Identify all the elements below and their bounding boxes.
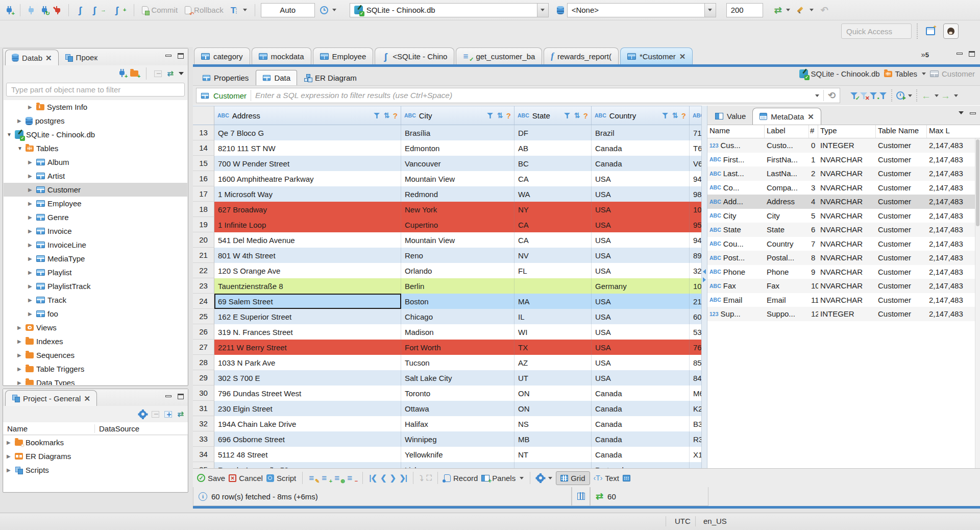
address-cell[interactable]: 541 Del Medio Avenue [214,232,401,248]
country-cell[interactable]: USA [592,202,690,217]
row-number-cell[interactable]: 17 [193,186,214,202]
row-number-cell[interactable]: 26 [193,324,214,340]
row-number-cell[interactable]: 18 [193,202,214,217]
postal-cell[interactable]: B3 [690,416,701,431]
editor-tab[interactable]: category ✕ [194,47,250,64]
dbeaver-perspective-button[interactable] [943,23,959,39]
country-cell[interactable]: USA [592,324,690,340]
column-header-state[interactable]: ABC State ⇅ ? [514,106,592,125]
column-ordinal[interactable]: # [809,125,818,138]
close-icon[interactable]: ✕ [84,395,90,402]
metadata-row[interactable]: ABCPost... Postal... 8 NVARCHAR Customer… [707,251,975,265]
address-cell[interactable]: 302 S 700 E [214,370,401,386]
row-number-cell[interactable]: 34 [193,447,214,462]
row-number-cell[interactable]: 15 [193,156,214,171]
tree-item[interactable]: SQLite - Chinook.db [4,128,187,141]
tab-properties[interactable]: Properties [196,70,255,85]
metadata-row[interactable]: ABCCo... Compa... 3 NVARCHAR Customer 2,… [707,181,975,195]
tree-item[interactable]: PlaylistTrack [4,279,187,293]
postal-cell[interactable]: 76 [690,340,701,355]
country-cell[interactable]: USA [592,309,690,324]
open-sql-script-button[interactable]: ʃ→ [89,3,108,18]
maximize-icon[interactable] [969,51,975,57]
sql-editor-button[interactable]: ʃ [75,3,86,18]
row-number-cell[interactable]: 27 [193,340,214,355]
row-number-cell[interactable]: 30 [193,386,214,401]
state-cell[interactable]: CA [514,232,592,248]
new-sql-editor-button[interactable]: ʃ+ [111,3,128,18]
postal-cell[interactable]: 71 [690,125,701,140]
state-cell[interactable]: AZ [514,355,592,370]
row-number-cell[interactable]: 32 [193,416,214,431]
expander-icon[interactable] [28,228,34,234]
tab-overflow-button[interactable]: »5 [916,50,934,59]
tab-metadata[interactable]: MetaData ✕ [752,108,821,125]
save-filter-icon[interactable]: ▪ [870,92,877,99]
last-row-button[interactable]: ❯| [399,473,407,483]
city-cell[interactable]: Winnipeg [401,431,514,447]
country-cell[interactable]: USA [592,248,690,263]
metadata-scrollbar[interactable] [975,138,980,474]
splitter-left-arrow-icon[interactable] [703,269,706,274]
postal-cell[interactable]: M6 [690,386,701,401]
table-row[interactable]: 14 8210 111 ST NW Edmonton AB Canada T6 [193,140,701,156]
column-table-name[interactable]: Table Name [876,125,927,138]
previous-result-icon[interactable]: ← [921,91,931,101]
metadata-row[interactable]: 123Sup... Suppo... 12 INTEGER Customer 2… [707,307,975,321]
column-header-city[interactable]: ABC City ⇅ ? [401,106,514,125]
state-cell[interactable]: AB [514,140,592,156]
column-name[interactable]: Name [3,424,95,433]
column-info-icon[interactable]: ? [583,111,588,120]
postal-cell[interactable]: K2 [690,401,701,416]
column-name[interactable]: Name [707,125,765,138]
address-cell[interactable]: 796 Dundas Street West [214,386,401,401]
expander-icon[interactable] [17,380,23,385]
metadata-row[interactable]: ABCCou... Country 7 NVARCHAR Customer 2,… [707,237,975,251]
filter-history-dropdown-icon[interactable] [815,94,819,97]
timezone-indicator[interactable]: UTC [675,517,691,525]
state-cell[interactable] [514,278,592,294]
state-cell[interactable]: UT [514,370,592,386]
previous-row-button[interactable]: ❮ [380,473,386,483]
first-row-button[interactable]: |❮ [369,473,377,483]
country-cell[interactable]: USA [592,370,690,386]
address-cell[interactable]: 319 N. Frances Street [214,324,401,340]
address-cell[interactable]: 230 Elgin Street [214,401,401,416]
address-cell[interactable]: 8210 111 ST NW [214,140,401,156]
row-number-cell[interactable]: 21 [193,248,214,263]
state-cell[interactable]: CA [514,217,592,232]
row-number-cell[interactable]: 28 [193,355,214,370]
row-number-cell[interactable]: 24 [193,294,214,309]
script-button[interactable]: Script [266,474,296,483]
maximize-icon[interactable] [178,53,184,59]
table-row[interactable]: 13 Qe 7 Bloco G Brasília DF Brazil 71 [193,125,701,140]
metadata-row[interactable]: ABCFirst... FirstNa... 1 NVARCHAR Custom… [707,153,975,167]
city-cell[interactable]: Mountain View [401,232,514,248]
view-settings-button[interactable] [536,474,552,482]
connect-button[interactable] [26,3,36,18]
tree-item[interactable]: foo [4,307,187,321]
table-row[interactable]: 20 541 Del Medio Avenue Mountain View CA… [193,232,701,248]
country-cell[interactable]: Canada [592,386,690,401]
close-icon[interactable]: ✕ [45,54,52,62]
expander-icon[interactable] [28,201,34,206]
postal-cell[interactable]: 95 [690,217,701,232]
expander-icon[interactable] [7,453,12,459]
expander-icon[interactable] [28,283,34,289]
commit-mode-button[interactable]: ⇄ [772,3,792,18]
city-cell[interactable]: Mountain View [401,171,514,186]
cancel-button[interactable]: ✕ Cancel [229,474,263,483]
reconnect-button[interactable]: ↻ [39,3,50,18]
editor-tab[interactable]: *Customer ✕ [620,47,693,64]
table-row[interactable]: 33 696 Osborne Street Winnipeg MB Canada… [193,431,701,447]
sort-icon[interactable]: ⇅ [384,111,390,119]
city-cell[interactable]: Fort Worth [401,340,514,355]
state-cell[interactable]: WI [514,324,592,340]
expander-icon[interactable] [17,118,23,124]
metadata-row[interactable]: ABCCity City 5 NVARCHAR Customer 2,147,4… [707,209,975,223]
panel-splitter[interactable] [701,106,707,474]
column-info-icon[interactable]: ? [506,111,511,120]
quick-access-input[interactable] [841,23,912,39]
table-row[interactable]: 15 700 W Pender Street Vancouver BC Cana… [193,156,701,171]
minimize-icon[interactable] [165,395,172,397]
